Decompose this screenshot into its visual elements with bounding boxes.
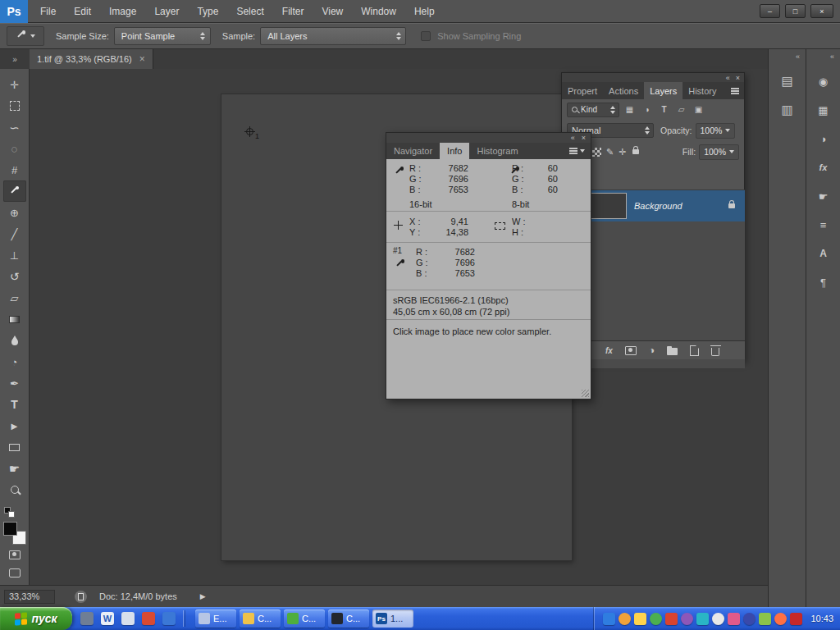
history-brush-tool[interactable]: ↺ <box>3 266 26 287</box>
document-tab[interactable]: 1.tif @ 33,3% (RGB/16) × <box>30 49 153 69</box>
quick-mask-button[interactable] <box>3 546 26 564</box>
layer-thumbnail[interactable] <box>589 193 627 219</box>
zoom-level-field[interactable]: 33,33% <box>4 590 55 604</box>
tray-icon-3[interactable] <box>634 613 646 625</box>
paragraph-panel-icon[interactable]: ¶ <box>806 271 840 294</box>
menu-image[interactable]: Image <box>100 0 145 23</box>
menu-select[interactable]: Select <box>227 0 272 23</box>
filter-type-layers-button[interactable]: T <box>657 103 671 116</box>
info-panel-header[interactable]: « × <box>386 132 591 143</box>
crop-tool[interactable]: # <box>3 159 26 180</box>
hand-tool[interactable]: ☛ <box>3 458 26 479</box>
lasso-tool[interactable]: ∽ <box>3 116 26 138</box>
task-button-4[interactable]: C... <box>328 609 369 628</box>
layer-style-button[interactable]: fx <box>605 346 613 355</box>
close-button[interactable]: × <box>810 4 833 18</box>
filter-pixel-layers-button[interactable]: ▦ <box>623 103 637 116</box>
restore-button[interactable]: □ <box>785 4 806 18</box>
filter-smart-objects-button[interactable]: ▣ <box>692 103 705 116</box>
menu-file[interactable]: File <box>31 0 65 23</box>
clone-source-panel-icon[interactable]: ☛ <box>806 185 840 208</box>
lock-transparency-icon[interactable] <box>592 148 601 157</box>
status-menu-arrow-icon[interactable]: ▶ <box>200 592 206 600</box>
blur-tool[interactable] <box>3 330 26 351</box>
styles-panel-icon[interactable]: fx <box>806 156 840 179</box>
minimize-button[interactable]: – <box>760 4 780 18</box>
fill-dropdown[interactable]: 100% <box>699 144 739 160</box>
eraser-tool[interactable]: ▱ <box>3 287 26 308</box>
delete-layer-button[interactable] <box>711 348 719 356</box>
tab-info[interactable]: Info <box>440 143 469 159</box>
spot-healing-brush-tool[interactable]: ⊕ <box>3 202 26 223</box>
bit-depth-label[interactable]: 16-bit <box>409 199 468 209</box>
tray-icon-5[interactable] <box>665 613 678 625</box>
dodge-tool[interactable]: ◔ <box>3 351 26 372</box>
bit-depth-label[interactable]: 8-bit <box>512 199 558 209</box>
menu-filter[interactable]: Filter <box>273 0 313 23</box>
task-button-3[interactable]: C... <box>284 609 325 628</box>
tray-icon-12[interactable] <box>774 613 787 625</box>
foreground-color-swatch[interactable] <box>3 522 17 536</box>
tray-icon-8[interactable] <box>712 613 724 625</box>
tray-icon-10[interactable] <box>743 613 756 625</box>
tab-layers[interactable]: Layers <box>644 82 682 99</box>
tray-icon-4[interactable] <box>650 613 662 625</box>
status-icon[interactable] <box>75 591 87 603</box>
properties-panel-icon[interactable]: ≡ <box>806 213 840 236</box>
quick-launch-3[interactable] <box>121 612 135 625</box>
menu-window[interactable]: Window <box>352 0 405 23</box>
tray-icon-2[interactable] <box>619 613 631 625</box>
quick-selection-tool[interactable]: ◌ <box>3 138 26 159</box>
tray-icon-7[interactable] <box>696 613 709 625</box>
menu-help[interactable]: Help <box>405 0 444 23</box>
collapse-panel-icon[interactable]: « <box>726 75 730 81</box>
panel-menu-button[interactable] <box>569 143 591 159</box>
close-panel-icon[interactable]: × <box>736 75 740 81</box>
sample-dropdown[interactable]: All Layers <box>260 27 406 45</box>
zoom-tool[interactable] <box>3 479 26 500</box>
collapse-panel-icon[interactable]: « <box>571 135 575 142</box>
menu-type[interactable]: Type <box>188 0 227 23</box>
filter-adjustment-layers-button[interactable]: ◑ <box>640 103 654 116</box>
new-layer-button[interactable] <box>690 345 699 356</box>
rectangle-tool[interactable] <box>3 436 26 458</box>
lock-pixels-icon[interactable]: ✎ <box>606 147 614 158</box>
layer-name[interactable]: Background <box>634 201 682 211</box>
tray-icon-1[interactable] <box>603 613 615 625</box>
collapsed-panel-icon-1[interactable]: ▤ <box>769 70 806 93</box>
start-button[interactable]: пуск <box>0 607 72 630</box>
adjustments-panel-icon[interactable]: ◑ <box>806 127 840 150</box>
dock-collapse-button[interactable]: « <box>769 49 806 64</box>
panel-menu-button[interactable] <box>731 82 744 99</box>
move-tool[interactable]: ✛ <box>3 74 26 95</box>
type-tool[interactable]: T <box>3 394 26 415</box>
close-panel-icon[interactable]: × <box>582 135 586 142</box>
lock-position-icon[interactable]: ✛ <box>619 147 626 158</box>
filter-shape-layers-button[interactable]: ▱ <box>674 103 688 116</box>
quick-launch-1[interactable] <box>80 612 94 625</box>
task-button-photoshop[interactable]: Ps 1... <box>372 609 413 628</box>
tray-icon-11[interactable] <box>759 613 771 625</box>
swatches-panel-icon[interactable]: ▦ <box>806 98 840 121</box>
sample-size-dropdown[interactable]: Point Sample <box>114 27 211 45</box>
screen-mode-button[interactable] <box>3 564 26 582</box>
default-colors-button[interactable] <box>4 507 15 518</box>
brush-tool[interactable]: ╱ <box>3 223 26 244</box>
task-button-2[interactable]: C... <box>240 609 281 628</box>
collapsed-panel-icon-2[interactable]: ▥ <box>769 98 806 121</box>
path-selection-tool[interactable]: ► <box>3 415 26 436</box>
resize-grip[interactable] <box>582 390 589 397</box>
add-layer-mask-button[interactable] <box>625 346 637 355</box>
tab-actions[interactable]: Actions <box>603 82 644 99</box>
tray-icon-9[interactable] <box>728 613 740 625</box>
show-sampling-ring-checkbox[interactable] <box>421 31 431 41</box>
menu-edit[interactable]: Edit <box>65 0 100 23</box>
character-panel-icon[interactable]: A <box>806 242 840 265</box>
menu-view[interactable]: View <box>313 0 352 23</box>
task-button-1[interactable]: E... <box>195 609 236 628</box>
dock-collapse-button[interactable]: « <box>806 49 840 64</box>
eyedropper-tool[interactable] <box>3 180 26 202</box>
clone-stamp-tool[interactable]: ⊥ <box>3 244 26 266</box>
new-group-button[interactable] <box>667 348 678 355</box>
tab-properties[interactable]: Propert <box>562 82 603 99</box>
